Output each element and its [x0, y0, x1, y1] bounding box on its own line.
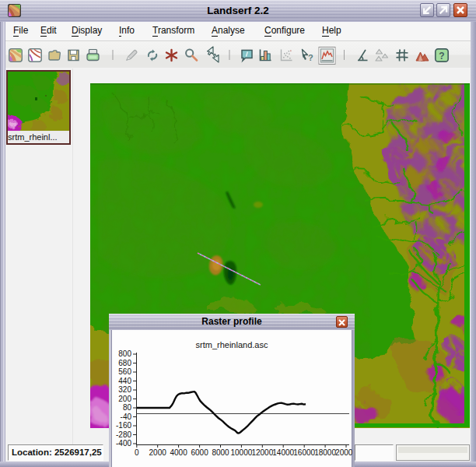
svg-text:680: 680: [118, 359, 131, 367]
svg-text:-280: -280: [116, 430, 131, 439]
svg-text:320: 320: [118, 385, 131, 394]
svg-text:10000: 10000: [230, 448, 252, 457]
svg-text:2000: 2000: [149, 448, 167, 457]
svg-text:80: 80: [123, 403, 132, 412]
svg-text:-400: -400: [116, 439, 131, 448]
svg-text:560: 560: [118, 367, 131, 376]
svg-text:440: 440: [118, 377, 131, 385]
svg-text:20000: 20000: [335, 448, 352, 457]
svg-text:8000: 8000: [212, 448, 229, 457]
svg-text:14000: 14000: [272, 448, 294, 457]
svg-text:-160: -160: [116, 421, 131, 430]
svg-text:-40: -40: [121, 413, 132, 421]
svg-text:4000: 4000: [170, 448, 187, 457]
svg-text:srtm_rheinland.asc: srtm_rheinland.asc: [196, 340, 268, 349]
svg-text:200: 200: [118, 395, 131, 403]
svg-text:0: 0: [135, 448, 139, 457]
svg-text:?: ?: [308, 53, 313, 62]
svg-text:18000: 18000: [314, 448, 336, 457]
svg-text:?: ?: [439, 51, 444, 61]
svg-text:6000: 6000: [191, 448, 208, 457]
svg-text:12000: 12000: [251, 448, 273, 457]
svg-text:16000: 16000: [293, 448, 315, 457]
svg-text:800: 800: [118, 349, 131, 358]
